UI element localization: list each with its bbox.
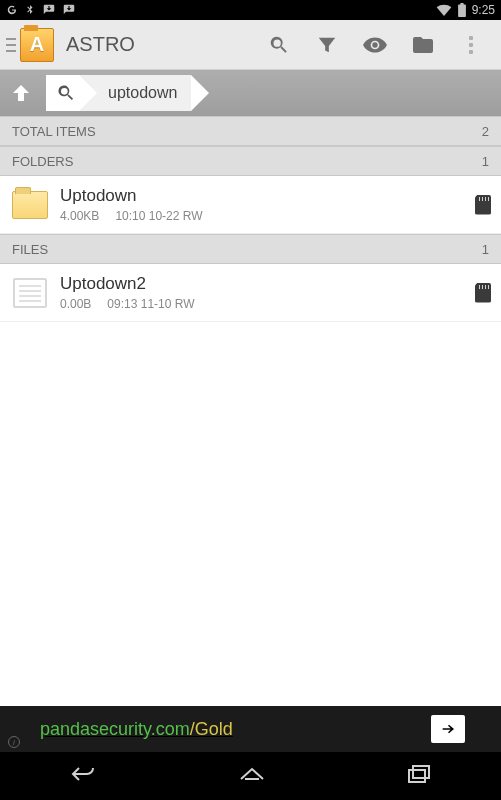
recents-button[interactable] xyxy=(406,764,432,788)
download-icon xyxy=(62,3,76,17)
google-icon xyxy=(6,4,18,16)
item-name: Uptodown2 xyxy=(60,274,195,294)
app-icon[interactable]: A xyxy=(20,28,54,62)
ad-info-icon: i xyxy=(8,736,20,748)
section-total: TOTAL ITEMS 2 xyxy=(0,116,501,146)
breadcrumb-current[interactable]: uptodown xyxy=(80,75,191,111)
folder-icon xyxy=(10,185,50,225)
search-icon xyxy=(56,83,76,103)
home-icon xyxy=(237,763,267,785)
svg-rect-0 xyxy=(6,38,16,40)
file-row[interactable]: Uptodown2 0.00B 09:13 11-10 RW xyxy=(0,264,501,322)
battery-icon xyxy=(458,3,466,17)
storage-indicator xyxy=(475,283,491,303)
home-button[interactable] xyxy=(237,763,267,789)
sd-card-icon xyxy=(475,283,491,303)
svg-rect-4 xyxy=(413,766,429,778)
drawer-icon[interactable] xyxy=(6,37,16,53)
nav-bar xyxy=(0,752,501,800)
overflow-button[interactable] xyxy=(447,21,495,69)
app-title: ASTRO xyxy=(66,33,135,56)
svg-rect-1 xyxy=(6,44,16,46)
storage-indicator xyxy=(475,195,491,215)
folder-add-icon xyxy=(411,33,435,57)
ad-go-button[interactable] xyxy=(431,715,465,743)
sd-card-icon xyxy=(475,195,491,215)
content: TOTAL ITEMS 2 FOLDERS 1 Uptodown 4.00KB … xyxy=(0,116,501,706)
arrow-up-icon xyxy=(9,81,33,105)
search-button[interactable] xyxy=(255,21,303,69)
svg-rect-2 xyxy=(6,50,16,52)
action-bar: A ASTRO xyxy=(0,20,501,70)
filter-icon xyxy=(316,34,338,56)
search-icon xyxy=(268,34,290,56)
up-button[interactable] xyxy=(0,70,42,116)
file-icon xyxy=(10,273,50,313)
arrow-right-icon xyxy=(438,721,458,737)
status-time: 9:25 xyxy=(472,3,495,17)
ad-text-1: pandasecurity.com xyxy=(40,719,190,739)
new-folder-button[interactable] xyxy=(399,21,447,69)
item-meta: 0.00B 09:13 11-10 RW xyxy=(60,297,195,311)
back-icon xyxy=(69,762,99,786)
filter-button[interactable] xyxy=(303,21,351,69)
ad-text-2: /Gold xyxy=(190,719,233,739)
svg-rect-3 xyxy=(409,770,425,782)
folder-row[interactable]: Uptodown 4.00KB 10:10 10-22 RW xyxy=(0,176,501,234)
section-folders: FOLDERS 1 xyxy=(0,146,501,176)
back-button[interactable] xyxy=(69,762,99,790)
status-bar: 9:25 xyxy=(0,0,501,20)
bluetooth-icon xyxy=(24,4,36,16)
view-button[interactable] xyxy=(351,21,399,69)
ad-banner[interactable]: i pandasecurity.com/Gold xyxy=(0,706,501,752)
item-meta: 4.00KB 10:10 10-22 RW xyxy=(60,209,203,223)
recents-icon xyxy=(406,764,432,784)
section-files: FILES 1 xyxy=(0,234,501,264)
path-bar: uptodown xyxy=(0,70,501,116)
overflow-icon xyxy=(469,36,473,54)
wifi-icon xyxy=(436,4,452,16)
download-icon xyxy=(42,3,56,17)
item-name: Uptodown xyxy=(60,186,203,206)
eye-icon xyxy=(362,32,388,58)
